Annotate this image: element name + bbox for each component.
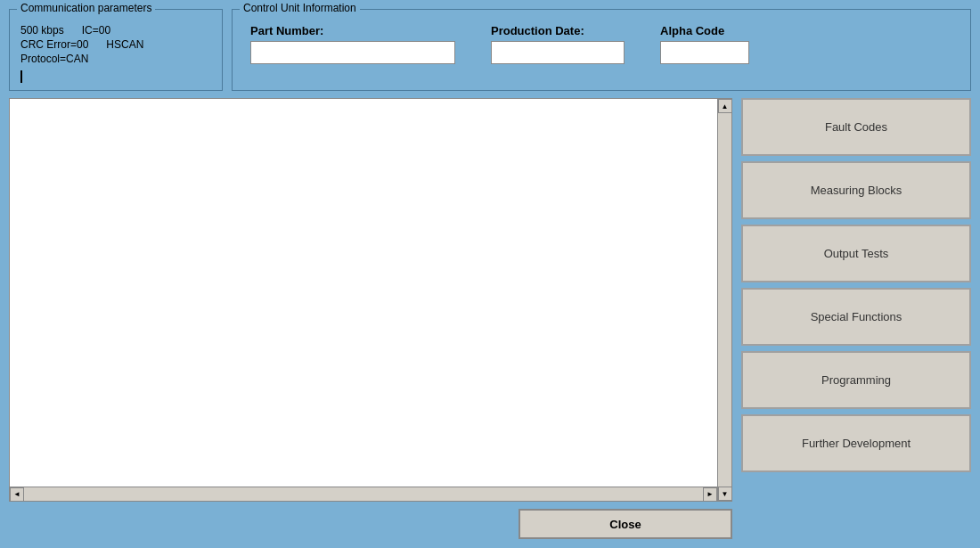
control-unit-title: Control Unit Information (240, 2, 360, 14)
main-textarea[interactable] (10, 99, 717, 487)
control-unit-content: Part Number: Production Date: Alpha Code (250, 24, 952, 64)
right-sidebar: Fault Codes Measuring Blocks Output Test… (741, 98, 971, 539)
vertical-scrollbar: ▲ ▼ (717, 99, 731, 501)
comm-protocol: Protocol=CAN (20, 53, 88, 65)
further-development-button[interactable]: Further Development (741, 414, 971, 472)
comm-crc: CRC Error=00 (20, 38, 88, 51)
comm-params-row-3: Protocol=CAN (20, 53, 211, 65)
comm-params-content: 500 kbps IC=00 CRC Error=00 HSCAN Protoc… (20, 24, 211, 83)
production-date-group: Production Date: (491, 24, 625, 64)
main-container: Communication parameters 500 kbps IC=00 … (0, 0, 980, 548)
control-unit-box: Control Unit Information Part Number: Pr… (232, 9, 971, 91)
output-tests-button[interactable]: Output Tests (741, 225, 971, 282)
scroll-left-arrow[interactable]: ◄ (10, 487, 24, 502)
production-date-label: Production Date: (491, 24, 625, 37)
part-number-group: Part Number: (250, 24, 455, 64)
part-number-label: Part Number: (250, 24, 455, 37)
alpha-code-group: Alpha Code (660, 24, 749, 64)
comm-params-row-4 (20, 67, 211, 83)
special-functions-button[interactable]: Special Functions (741, 288, 971, 346)
scroll-right-arrow[interactable]: ► (703, 487, 717, 502)
scroll-down-arrow[interactable]: ▼ (718, 487, 732, 501)
programming-button[interactable]: Programming (741, 351, 971, 409)
measuring-blocks-button[interactable]: Measuring Blocks (741, 161, 971, 219)
bottom-section: ▲ ▼ ◄ ► Close Fault Codes Measuring Bloc… (9, 98, 971, 539)
production-date-input[interactable] (491, 41, 625, 64)
bottom-bar: Close (9, 509, 732, 539)
comm-hscan: HSCAN (106, 38, 143, 51)
cursor-indicator (20, 70, 22, 83)
close-button[interactable]: Close (519, 509, 732, 539)
fault-codes-button[interactable]: Fault Codes (741, 98, 971, 156)
alpha-code-label: Alpha Code (660, 24, 749, 37)
scroll-track-v[interactable] (719, 113, 731, 487)
comm-params-box: Communication parameters 500 kbps IC=00 … (9, 9, 223, 91)
horizontal-scrollbar: ◄ ► (10, 487, 717, 501)
scroll-up-arrow[interactable]: ▲ (718, 99, 732, 113)
comm-params-row-1: 500 kbps IC=00 (20, 24, 211, 37)
part-number-input[interactable] (250, 41, 455, 64)
comm-ic: IC=00 (82, 24, 110, 37)
alpha-code-input[interactable] (660, 41, 749, 64)
scroll-track-h[interactable] (24, 488, 703, 501)
main-textarea-container: ▲ ▼ ◄ ► (9, 98, 732, 502)
left-area: ▲ ▼ ◄ ► Close (9, 98, 732, 539)
comm-params-row-2: CRC Error=00 HSCAN (20, 38, 211, 51)
comm-params-title: Communication parameters (17, 2, 155, 14)
comm-speed: 500 kbps (20, 24, 64, 37)
top-section: Communication parameters 500 kbps IC=00 … (9, 9, 971, 91)
